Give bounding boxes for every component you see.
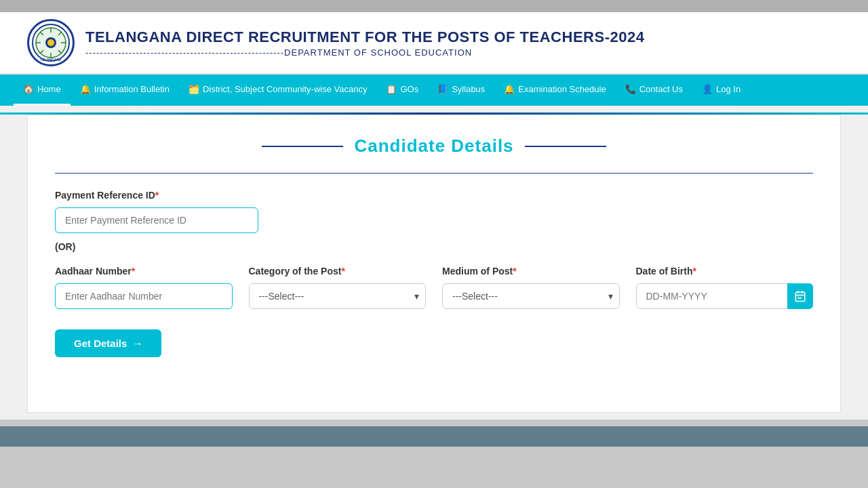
navbar: 🏠 Home 🔔 Information Bulletin 🗂️ Distric… — [0, 75, 868, 106]
aadhaar-required: * — [132, 266, 135, 277]
svg-rect-18 — [800, 298, 801, 299]
payment-ref-group — [55, 207, 258, 233]
category-required: * — [341, 266, 344, 277]
category-select-wrapper: ---Select--- SGT SA LP PET Other ▾ — [249, 283, 427, 309]
title-line-right — [525, 146, 606, 147]
header-text: TELANGANA DIRECT RECRUITMENT FOR THE POS… — [85, 28, 644, 58]
medium-group: Medium of Post* ---Select--- Telugu Engl… — [442, 266, 620, 309]
form-row: Aadhaar Number* Category of the Post* --… — [55, 266, 813, 309]
folder-icon: 🗂️ — [189, 84, 199, 94]
bell-icon-1: 🔔 — [80, 84, 91, 94]
dob-group: Date of Birth* — [636, 266, 814, 309]
svg-point-3 — [47, 39, 54, 46]
bell-icon-2: 🔔 — [504, 84, 515, 94]
nav-login-label: Log In — [716, 84, 741, 94]
nav-contact-us[interactable]: 📞 Contact Us — [616, 75, 692, 106]
category-label: Category of the Post* — [249, 266, 427, 277]
section-title: Candidate Details — [354, 136, 513, 157]
svg-rect-13 — [795, 292, 805, 302]
main-content: Candidate Details Payment Reference ID* … — [27, 115, 841, 413]
arrow-right-icon: → — [132, 338, 142, 349]
get-details-label: Get Details — [74, 338, 127, 349]
section-divider — [55, 173, 813, 174]
aadhaar-label: Aadhaar Number* — [55, 266, 233, 277]
logo: TELANGANA — [27, 19, 75, 66]
dob-date-wrapper — [636, 283, 814, 309]
category-group: Category of the Post* ---Select--- SGT S… — [249, 266, 427, 309]
category-select[interactable]: ---Select--- SGT SA LP PET Other — [249, 283, 427, 309]
header-subtitle: ----------------------------------------… — [85, 47, 644, 58]
nav-syllabus-label: Syllabus — [452, 84, 485, 94]
dob-label: Date of Birth* — [636, 266, 814, 277]
aadhaar-input[interactable] — [55, 283, 233, 309]
nav-exam-label: Examination Schedule — [518, 84, 606, 94]
nav-home[interactable]: 🏠 Home — [14, 75, 71, 106]
section-title-row: Candidate Details — [55, 136, 813, 157]
calendar-svg — [794, 290, 806, 302]
svg-rect-17 — [797, 298, 799, 299]
header-title: TELANGANA DIRECT RECRUITMENT FOR THE POS… — [85, 28, 644, 46]
get-details-button[interactable]: Get Details → — [55, 329, 161, 357]
book-icon: 📘 — [437, 84, 448, 94]
title-line-left — [262, 146, 343, 147]
medium-select[interactable]: ---Select--- Telugu English Urdu Hindi — [442, 283, 620, 309]
header: TELANGANA TELANGANA DIRECT RECRUITMENT F… — [0, 12, 868, 75]
content-wrapper: Candidate Details Payment Reference ID* … — [0, 106, 868, 420]
nav-information-bulletin[interactable]: 🔔 Information Bulletin — [71, 75, 179, 106]
dob-input[interactable] — [636, 283, 814, 309]
nav-exam-schedule[interactable]: 🔔 Examination Schedule — [494, 75, 615, 106]
nav-gos-label: GOs — [400, 84, 418, 94]
payment-ref-label: Payment Reference ID* — [55, 190, 258, 201]
user-icon: 👤 — [702, 84, 713, 94]
nav-district-vacancy[interactable]: 🗂️ District, Subject Community-wise Vaca… — [179, 75, 377, 106]
payment-ref-input[interactable] — [55, 207, 258, 233]
or-text: (OR) — [55, 241, 813, 252]
payment-ref-required: * — [155, 190, 159, 201]
svg-text:TELANGANA: TELANGANA — [40, 58, 62, 62]
dob-required: * — [693, 266, 696, 277]
medium-required: * — [513, 266, 516, 277]
nav-syllabus[interactable]: 📘 Syllabus — [428, 75, 494, 106]
medium-label: Medium of Post* — [442, 266, 620, 277]
clipboard-icon: 📋 — [386, 84, 397, 94]
logo-svg: TELANGANA — [31, 23, 71, 62]
phone-icon: 📞 — [625, 84, 636, 94]
nav-gos[interactable]: 📋 GOs — [376, 75, 428, 106]
medium-select-wrapper: ---Select--- Telugu English Urdu Hindi ▾ — [442, 283, 620, 309]
nav-info-label: Information Bulletin — [94, 84, 170, 94]
nav-district-label: District, Subject Community-wise Vacancy — [203, 84, 368, 94]
home-icon: 🏠 — [23, 84, 34, 94]
bottom-bar — [0, 426, 868, 447]
nav-log-in[interactable]: 👤 Log In — [692, 75, 750, 106]
payment-ref-section: Payment Reference ID* — [55, 190, 258, 233]
top-bar — [0, 0, 868, 12]
nav-home-label: Home — [37, 84, 61, 94]
calendar-icon[interactable] — [787, 283, 813, 309]
nav-contact-label: Contact Us — [639, 84, 683, 94]
aadhaar-group: Aadhaar Number* — [55, 266, 233, 309]
